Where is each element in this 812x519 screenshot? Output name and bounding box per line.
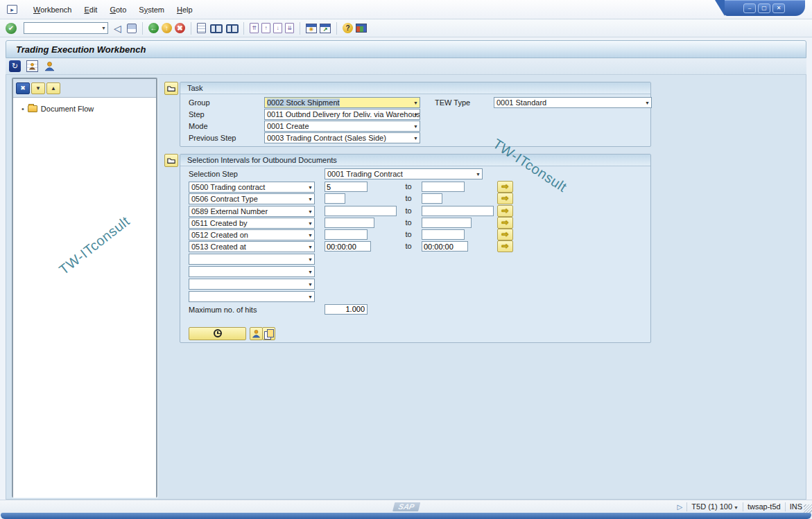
previous-step-value: 0003 Trading Contract (Sales Side) — [267, 134, 386, 142]
mode-combo[interactable]: 0001 Create — [264, 121, 420, 132]
command-dropdown-icon[interactable]: ▼ — [101, 26, 106, 30]
from-input[interactable] — [325, 193, 345, 204]
close-column-icon[interactable]: ✖ — [16, 82, 30, 94]
from-input[interactable] — [325, 241, 371, 252]
max-hits-input[interactable] — [325, 304, 368, 315]
empty-criterion-combo[interactable] — [189, 254, 315, 265]
criterion-combo[interactable]: 0512 Created on — [189, 229, 315, 240]
collapse-all-icon[interactable]: ▼ — [31, 82, 45, 94]
menu-system[interactable]: System — [132, 3, 171, 16]
resize-grip[interactable] — [804, 504, 812, 513]
to-input[interactable] — [422, 193, 442, 204]
user-variant-button[interactable] — [250, 327, 263, 340]
criterion-value: 0511 Created by — [191, 219, 248, 227]
expand-all-icon[interactable]: ▲ — [46, 82, 60, 94]
copy-button[interactable] — [262, 327, 275, 340]
selection-interval-row: 0511 Created byto⇨ — [189, 218, 650, 229]
print-icon[interactable] — [197, 23, 206, 33]
from-input[interactable] — [325, 218, 374, 228]
new-session-icon[interactable]: ✳ — [306, 24, 317, 33]
multiple-selection-icon[interactable]: ⇨ — [497, 229, 513, 240]
multiple-selection-icon[interactable]: ⇨ — [497, 217, 513, 229]
empty-criterion-combo[interactable] — [189, 266, 315, 277]
find-next-icon[interactable] — [225, 21, 238, 35]
to-label: to — [401, 230, 416, 238]
to-label: to — [401, 218, 416, 227]
previous-page-icon[interactable]: ↑ — [261, 23, 270, 33]
toolbar-icons: ◁←↑✖⇈↑↓⇊✳↗? — [111, 21, 367, 35]
last-page-icon[interactable]: ⇊ — [285, 23, 294, 33]
command-input[interactable] — [24, 22, 108, 34]
cancel-icon[interactable]: ✖ — [175, 23, 185, 33]
tew-type-combo[interactable]: 0001 Standard — [494, 97, 652, 108]
criterion-combo[interactable]: 0500 Trading contract — [189, 182, 315, 193]
tree-item-document-flow[interactable]: • Document Flow — [13, 98, 156, 113]
group-combo[interactable]: 0002 Stock Shipment — [264, 97, 420, 108]
to-input[interactable] — [422, 218, 472, 228]
multiple-selection-icon[interactable]: ⇨ — [497, 205, 513, 217]
to-input[interactable] — [422, 241, 468, 252]
task-row-previous-step: Previous Step 0003 Trading Contract (Sal… — [189, 132, 650, 144]
status-dropdown-icon[interactable]: ▼ — [734, 505, 738, 510]
menu-workbench[interactable]: Workbench — [27, 3, 78, 16]
to-input[interactable] — [422, 229, 465, 240]
customize-layout-icon[interactable] — [356, 24, 367, 33]
exit-icon[interactable]: ↑ — [162, 23, 172, 33]
multiple-selection-icon[interactable]: ⇨ — [497, 193, 513, 204]
selection-step-value: 0001 Trading Contract — [327, 170, 403, 178]
focus-corner — [264, 105, 267, 108]
from-input[interactable] — [325, 229, 368, 240]
screen-menu-icon[interactable]: ▸ — [7, 5, 17, 14]
collapse-task-icon[interactable] — [164, 82, 178, 95]
previous-step-combo[interactable]: 0003 Trading Contract (Sales Side) — [264, 132, 420, 143]
help-icon[interactable]: ? — [343, 23, 353, 33]
message-expand-icon[interactable]: ▷ — [677, 503, 683, 511]
from-input[interactable] — [325, 182, 368, 192]
first-page-icon[interactable]: ⇈ — [250, 23, 259, 33]
create-shortcut-icon[interactable]: ↗ — [320, 24, 331, 33]
selection-interval-row: 0513 Created atto⇨ — [189, 241, 650, 253]
find-icon[interactable] — [209, 21, 222, 35]
empty-criterion-combo[interactable] — [189, 279, 315, 290]
to-input[interactable] — [422, 182, 465, 192]
save-icon[interactable] — [127, 24, 137, 33]
next-page-icon[interactable]: ↓ — [273, 23, 282, 33]
continue-check-icon[interactable]: ✔ — [6, 23, 17, 34]
from-input[interactable] — [325, 206, 397, 216]
status-separator — [785, 502, 786, 511]
criterion-combo[interactable]: 0511 Created by — [189, 218, 315, 229]
criterion-combo[interactable]: 0589 External Number — [189, 206, 315, 217]
close-button[interactable]: ✕ — [772, 3, 785, 13]
selection-interval-row: 0512 Created onto⇨ — [189, 229, 650, 241]
minimize-button[interactable]: – — [743, 3, 756, 13]
menu-edit[interactable]: Edit — [78, 3, 103, 16]
step-value: 0011 Outbnd Delivery for Deliv. via Ware… — [267, 110, 420, 118]
toolbar-separator — [300, 22, 300, 35]
system-status-field[interactable]: T5D (1) 100▼ — [691, 502, 738, 511]
empty-criterion-combo[interactable] — [189, 291, 315, 302]
back-icon[interactable]: ← — [148, 23, 159, 33]
step-combo[interactable]: 0011 Outbnd Delivery for Deliv. via Ware… — [264, 109, 420, 120]
criterion-value: 0506 Contract Type — [191, 195, 258, 203]
tew-type-label: TEW Type — [435, 98, 470, 107]
user-assignment-icon[interactable] — [26, 60, 39, 73]
execute-button[interactable] — [189, 327, 246, 340]
multiple-selection-icon[interactable]: ⇨ — [497, 181, 513, 193]
refresh-icon[interactable]: ↻ — [8, 60, 21, 73]
previous-step-label: Previous Step — [189, 134, 236, 142]
criterion-combo[interactable]: 0506 Contract Type — [189, 193, 315, 204]
maximize-button[interactable]: ▢ — [758, 3, 770, 13]
selection-step-combo[interactable]: 0001 Trading Contract — [325, 168, 483, 179]
criterion-combo[interactable]: 0513 Created at — [189, 241, 315, 252]
user-icon[interactable] — [43, 60, 56, 73]
menu-goto[interactable]: Goto — [103, 3, 132, 16]
tree-body: • Document Flow TW-ITconsult — [13, 98, 156, 498]
collapse-selection-icon[interactable] — [164, 154, 178, 167]
multiple-selection-icon[interactable]: ⇨ — [497, 240, 513, 252]
tree-toolbar: ✖▼▲ — [13, 79, 156, 98]
to-input[interactable] — [422, 206, 494, 216]
menu-help[interactable]: Help — [171, 3, 199, 16]
focus-corner — [417, 97, 420, 100]
enter-icon[interactable]: ◁ — [111, 21, 124, 35]
empty-criterion-row — [189, 254, 650, 266]
